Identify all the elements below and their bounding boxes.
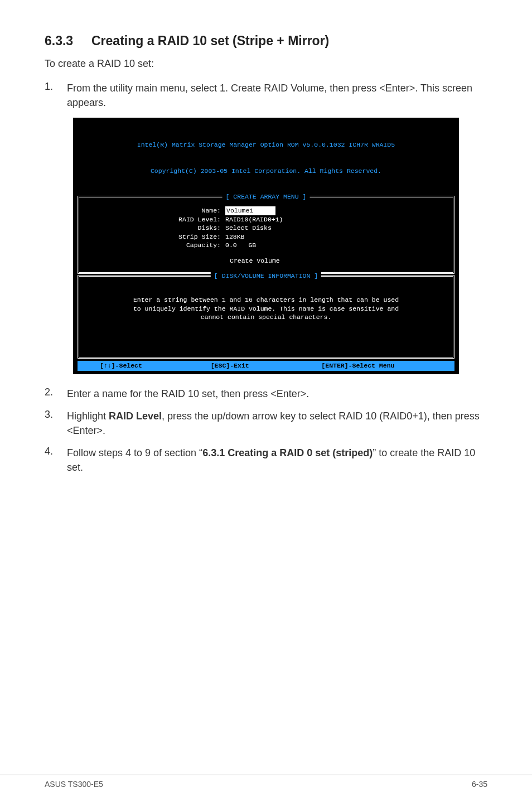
bios-header: Intel(R) Matrix Storage Manager Option R… (73, 123, 459, 195)
field-name: Name: Volume1 (86, 206, 446, 215)
step-marker: 3. (45, 409, 67, 438)
field-value[interactable]: 128KB (225, 233, 446, 241)
field-label: Capacity: (86, 241, 225, 250)
field-value[interactable]: Volume1 (225, 206, 446, 215)
field-strip-size: Strip Size: 128KB (86, 233, 446, 241)
step-2: 2. Enter a name for the RAID 10 set, the… (45, 386, 487, 401)
field-value[interactable]: Select Disks (225, 224, 446, 233)
bios-footer-bar: [↑↓]-Select [ESC]-Exit [ENTER]-Select Me… (78, 361, 454, 371)
field-capacity: Capacity: 0.0 GB (86, 241, 446, 250)
disk-volume-info-title: [ DISK/VOLUME INFORMATION ] (211, 272, 321, 281)
step-text: Enter a name for the RAID 10 set, then p… (67, 386, 487, 401)
footer-hint-select: [↑↓]-Select (100, 361, 211, 370)
step-1: 1. From the utility main menu, select 1.… (45, 81, 487, 110)
field-label: Name: (86, 206, 225, 215)
step-text: Follow steps 4 to 9 of section “6.3.1 Cr… (67, 446, 487, 475)
footer-hint-enter: [ENTER]-Select Menu (321, 361, 432, 370)
field-disks: Disks: Select Disks (86, 224, 446, 233)
create-array-menu-box: [ CREATE ARRAY MENU ] Name: Volume1 RAID… (78, 196, 454, 274)
intro-text: To create a RAID 10 set: (45, 56, 487, 71)
field-value[interactable]: RAID10(RAID0+1) (225, 215, 446, 224)
bios-screenshot: Intel(R) Matrix Storage Manager Option R… (73, 118, 459, 374)
bios-header-line1: Intel(R) Matrix Storage Manager Option R… (80, 141, 452, 149)
disk-volume-info-box: [ DISK/VOLUME INFORMATION ] Enter a stri… (78, 275, 454, 359)
field-raid-level: RAID Level: RAID10(RAID0+1) (86, 215, 446, 224)
step-4: 4. Follow steps 4 to 9 of section “6.3.1… (45, 446, 487, 475)
section-title: Creating a RAID 10 set (Stripe + Mirror) (91, 33, 329, 49)
footer-hint-exit: [ESC]-Exit (211, 361, 322, 370)
section-number: 6.3.3 (45, 33, 91, 49)
field-label: Disks: (86, 224, 225, 233)
field-label: RAID Level: (86, 215, 225, 224)
text-fragment: Highlight (67, 410, 109, 422)
step-3: 3. Highlight RAID Level, press the up/do… (45, 409, 487, 438)
disk-volume-info-text: Enter a string between 1 and 16 characte… (86, 296, 446, 322)
bold-text: RAID Level (109, 410, 162, 422)
create-volume-action[interactable]: Create Volume (86, 257, 446, 265)
field-label: Strip Size: (86, 233, 225, 241)
section-heading: 6.3.3 Creating a RAID 10 set (Stripe + M… (45, 33, 487, 49)
step-marker: 1. (45, 81, 67, 110)
bios-header-line2: Copyright(C) 2003-05 Intel Corporation. … (80, 167, 452, 176)
bold-text: 6.3.1 Creating a RAID 0 set (striped) (202, 447, 373, 458)
step-marker: 4. (45, 446, 67, 475)
step-marker: 2. (45, 386, 67, 401)
name-input-highlight[interactable]: Volume1 (225, 206, 275, 215)
step-text: Highlight RAID Level, press the up/down … (67, 409, 487, 438)
create-array-menu-title: [ CREATE ARRAY MENU ] (223, 192, 310, 201)
field-value[interactable]: 0.0 GB (225, 241, 446, 250)
text-fragment: Follow steps 4 to 9 of section “ (67, 447, 202, 458)
step-text: From the utility main menu, select 1. Cr… (67, 81, 487, 110)
